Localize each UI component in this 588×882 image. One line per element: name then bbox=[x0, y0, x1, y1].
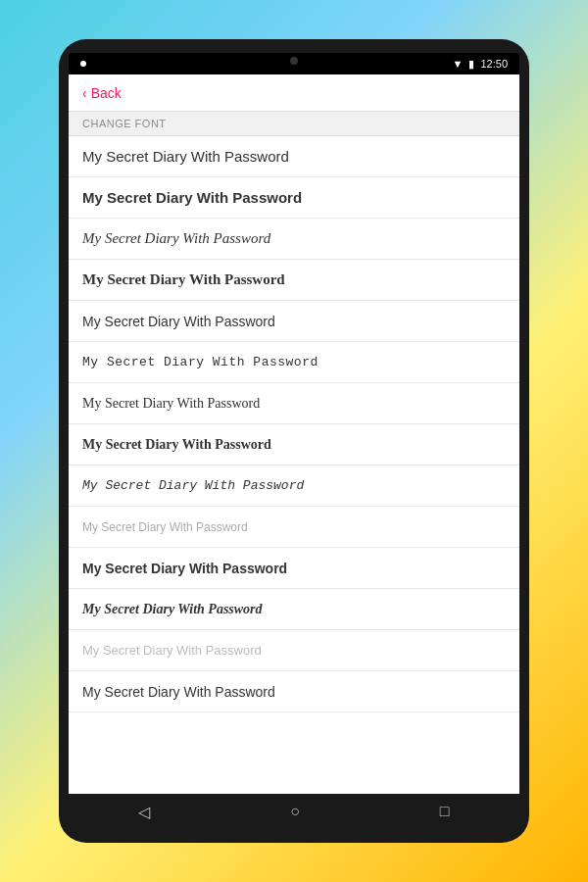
font-item-11[interactable]: My Secret Diary With Password bbox=[69, 589, 519, 630]
nav-home-button[interactable]: ○ bbox=[282, 801, 308, 822]
time-display: 12:50 bbox=[480, 58, 508, 70]
battery-icon: ▮ bbox=[468, 58, 474, 71]
font-item-9[interactable]: My Secret Diary With Password bbox=[69, 507, 519, 548]
font-item-3[interactable]: My Secret Diary With Password bbox=[69, 260, 519, 301]
font-item-2[interactable]: My Secret Diary With Password bbox=[69, 219, 519, 260]
nav-recents-button[interactable]: □ bbox=[432, 801, 458, 822]
tablet-frame: ▼ ▮ 12:50 ‹ Back CHANGE FONT My Secret D… bbox=[59, 39, 529, 843]
app-header: ‹ Back bbox=[69, 74, 519, 112]
font-item-8[interactable]: My Secret Diary With Password bbox=[69, 466, 519, 507]
wifi-icon: ▼ bbox=[453, 58, 464, 70]
font-item-12[interactable]: My Secret Diary With Password bbox=[69, 630, 519, 671]
font-item-6[interactable]: My Secret Diary With Password bbox=[69, 383, 519, 424]
back-button[interactable]: ‹ Back bbox=[82, 85, 122, 101]
status-indicator bbox=[80, 61, 86, 67]
nav-bar: ◁ ○ □ bbox=[69, 794, 519, 829]
font-item-5[interactable]: My Secret Diary With Password bbox=[69, 342, 519, 383]
font-item-13[interactable]: My Secret Diary With Password bbox=[69, 671, 519, 712]
font-item-10[interactable]: My Secret Diary With Password bbox=[69, 548, 519, 589]
font-list: My Secret Diary With PasswordMy Secret D… bbox=[69, 136, 519, 712]
section-header: CHANGE FONT bbox=[69, 112, 519, 136]
font-item-1[interactable]: My Secret Diary With Password bbox=[69, 177, 519, 219]
camera bbox=[290, 57, 298, 65]
back-label: Back bbox=[91, 85, 122, 101]
font-item-0[interactable]: My Secret Diary With Password bbox=[69, 136, 519, 177]
font-item-4[interactable]: My Secret Diary With Password bbox=[69, 301, 519, 342]
tablet-screen: ▼ ▮ 12:50 ‹ Back CHANGE FONT My Secret D… bbox=[69, 53, 519, 829]
content-area: CHANGE FONT My Secret Diary With Passwor… bbox=[69, 112, 519, 794]
font-item-7[interactable]: My Secret Diary With Password bbox=[69, 424, 519, 466]
back-chevron-icon: ‹ bbox=[82, 85, 87, 101]
status-right: ▼ ▮ 12:50 bbox=[453, 58, 508, 71]
status-left bbox=[80, 61, 86, 67]
nav-back-button[interactable]: ◁ bbox=[130, 801, 158, 823]
